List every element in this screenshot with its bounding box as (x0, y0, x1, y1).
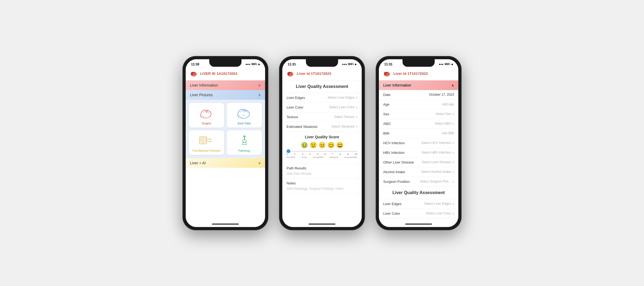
app-logo-2 (286, 69, 295, 78)
liver-information-chevron: ∨ (258, 83, 261, 87)
path-results-placeholder[interactable]: Add Path Results (287, 172, 357, 176)
notes-placeholder[interactable]: Add Radiology, Surgical Findings, Other (287, 187, 357, 191)
emoji-4: 😊 (327, 142, 335, 149)
abo-value: Select ABO ∨ (435, 122, 454, 125)
wifi-icon: WiFi (251, 63, 257, 66)
sex-chevron: ∨ (452, 113, 454, 116)
battery-icon-3: ■ (451, 63, 453, 66)
app-logo-3 (383, 69, 391, 78)
liver-edges-row-3[interactable]: Liver Edges Select Liver Edges ∨ (379, 199, 458, 209)
svg-rect-14 (203, 138, 204, 140)
score-bar[interactable]: 1 2 3 4 5 6 7 8 9 10 Excellent Good (287, 151, 357, 158)
surgeon-position-row[interactable]: Surgeon Position Select Surgeon Pos... ∨ (379, 177, 458, 187)
app-header-2: Liver Id 1T10172023 (282, 67, 362, 80)
liver-edges-label: Liver Edges (287, 96, 305, 100)
bmi-value: Add BMI (442, 131, 454, 135)
abo-row[interactable]: ABO Select ABO ∨ (379, 119, 458, 129)
status-bar-1: 11:30 ●●● WiFi ■ (186, 59, 265, 67)
signal-icon: ●●● (246, 63, 250, 66)
score-track (287, 151, 357, 152)
liver-color-label: Liver Color (287, 105, 303, 109)
liver-info-expanded-label: Liver Information (383, 83, 411, 87)
home-indicator-1 (212, 224, 239, 225)
notch-2 (306, 59, 338, 67)
quality-assessment-label-3: Liver Quality Assessment (392, 190, 445, 195)
backtable-icon (235, 106, 254, 120)
liver-edges-label-3: Liver Edges (383, 202, 402, 206)
date-label: Date (383, 93, 390, 97)
date-value: October 17, 2023 (429, 93, 454, 96)
status-bar-2: 11:31 ●●● WiFi ■ (282, 59, 362, 67)
sex-row[interactable]: Sex Select Sex ∨ (379, 109, 458, 119)
backtable-card[interactable]: Back-Table (227, 103, 262, 128)
bmi-label: BMI (383, 131, 389, 135)
home-indicator-2 (309, 224, 335, 225)
phone-content-3[interactable]: Liver Information ∧ Date October 17, 202… (379, 80, 458, 221)
liver-pictures-label: Liver Pictures (190, 93, 213, 97)
wifi-icon-2: WiFi (348, 63, 354, 66)
hcv-chevron: ∨ (452, 142, 454, 144)
liver-pictures-header[interactable]: Liver Pictures ∧ (186, 90, 265, 100)
pathology-card[interactable]: Pathology (227, 130, 262, 155)
home-indicator-3 (405, 224, 432, 225)
texture-label: Texture (287, 115, 298, 119)
emoji-2: 😟 (310, 142, 317, 149)
liver-info-expanded-header[interactable]: Liver Information ∧ (379, 80, 458, 90)
machine-icon (197, 133, 216, 148)
hbv-row[interactable]: HBV Infection Select HBV Infection ∨ (379, 148, 458, 158)
backtable-label: Back-Table (238, 122, 251, 125)
phone-bottom-3 (379, 221, 458, 227)
status-bar-3: 11:31 ●●● WiFi ■ (379, 59, 458, 67)
notes-section: Notes Add Radiology, Surgical Findings, … (282, 179, 362, 194)
liver-edges-row[interactable]: Liver Edges Select Liver Edges ∨ (282, 93, 362, 103)
emoji-5: 😄 (336, 142, 343, 149)
liver-information-header[interactable]: Liver Information ∨ (186, 80, 265, 90)
machine-label: Post Machine Perfusion (192, 149, 221, 152)
battery-icon-2: ■ (355, 63, 356, 66)
liver-id-2: Liver Id 1T10172023 (297, 72, 331, 76)
phone-1: 11:30 ●●● WiFi ■ LIVER ID 1A10172023 Liv… (182, 56, 268, 230)
emoji-3: 😐 (319, 142, 326, 149)
age-row[interactable]: Age Add Age (379, 100, 458, 109)
liver-ai-header[interactable]: Liver + AI ∨ (186, 158, 265, 168)
hcv-row[interactable]: HCV Infection Select HCV Infection ∨ (379, 138, 458, 148)
date-row: Date October 17, 2023 (379, 90, 458, 100)
surgery-card[interactable]: Surgery (189, 103, 224, 128)
surgeon-position-value: Select Surgeon Pos... ∨ (420, 180, 454, 183)
liver-ai-chevron: ∨ (258, 161, 261, 165)
texture-row[interactable]: Texture Select Texture ∨ (282, 112, 362, 122)
alcohol-intake-row[interactable]: Alcohol Intake Select Alcohol Intake ∨ (379, 167, 458, 177)
surgery-icon (197, 106, 216, 120)
status-icons-1: ●●● WiFi ■ (246, 63, 260, 66)
liver-edges-value-3: Select Liver Edges ∨ (424, 202, 454, 206)
surgeon-position-label: Surgeon Position (383, 180, 410, 184)
liver-ai-label: Liver + AI (190, 161, 206, 165)
status-time-2: 11:31 (288, 62, 296, 66)
age-label: Age (383, 102, 389, 106)
phone-content-2[interactable]: Liver Quality Assessment Liver Edges Sel… (282, 80, 362, 221)
surgeon-position-chevron: ∨ (452, 180, 454, 183)
liver-color-row[interactable]: Liver Color Select Liver Color ∨ (282, 103, 362, 112)
steatosis-row[interactable]: Estimated Steatosis Select Steatosis ∨ (282, 122, 362, 132)
other-liver-disease-row[interactable]: Other Liver Disease Select Liver Disease… (379, 158, 458, 167)
notch-3 (402, 59, 435, 67)
status-icons-3: ●●● WiFi ■ (439, 63, 453, 66)
liver-color-label-3: Liver Color (383, 211, 400, 216)
liver-color-row-3[interactable]: Liver Color Select Liver Color ∨ (379, 209, 458, 218)
liver-color-chevron: ∨ (356, 106, 357, 109)
texture-chevron: ∨ (356, 116, 357, 118)
machine-card[interactable]: Post Machine Perfusion (189, 130, 224, 155)
svg-rect-6 (200, 138, 206, 141)
bmi-row[interactable]: BMI Add BMI (379, 129, 458, 138)
pathology-label: Pathology (238, 149, 250, 152)
quality-score-section: Liver Quality Score 🤢 😟 😐 😊 😄 1 2 3 (282, 132, 362, 164)
svg-line-19 (245, 142, 247, 144)
surgery-label: Surgery (202, 122, 211, 125)
texture-value: Select Texture ∨ (334, 115, 357, 119)
hcv-value: Select HCV Infection ∨ (421, 141, 454, 145)
liver-id-1: LIVER ID 1A10172023 (200, 72, 237, 76)
phone-content-1[interactable]: Liver Information ∨ Liver Pictures ∧ (186, 80, 265, 221)
score-numbers: 1 2 3 4 5 6 7 8 9 10 (287, 153, 357, 155)
path-results-section: Path Results Add Path Results (282, 164, 362, 179)
abo-label: ABO (383, 122, 390, 126)
